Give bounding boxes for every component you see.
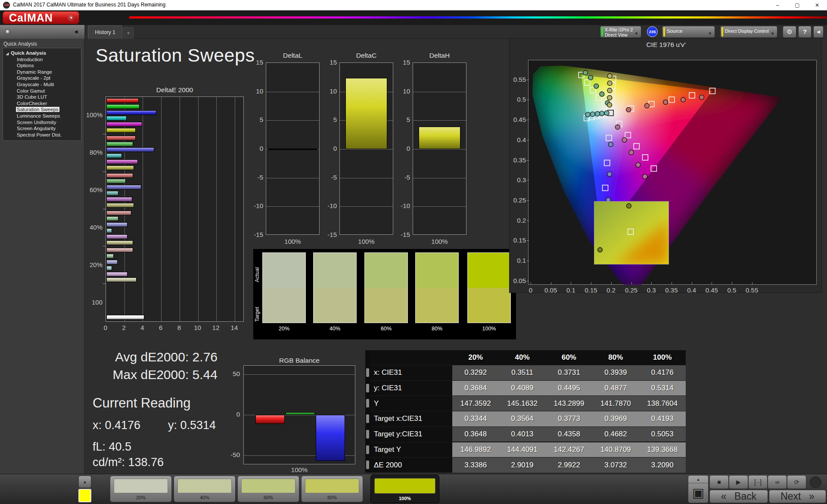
pattern-swatch-20%[interactable]: 20% (110, 476, 172, 502)
sidebar-item-screen-uniformity[interactable]: Screen Uniformity (3, 120, 81, 126)
x-tick-label: 4 (136, 324, 148, 331)
pattern-swatch-100%[interactable]: 100% (370, 475, 439, 503)
source-dropdown[interactable]: Source ▼ (662, 26, 715, 38)
next-button[interactable]: Next » (769, 490, 826, 503)
actual-target-panel: Actual Target 20%40%60%80%100% (253, 249, 516, 339)
cie-y-label: 0.3 (510, 176, 526, 184)
cie-x-tick (591, 282, 591, 284)
swatch-target (263, 288, 305, 323)
y-tick (103, 246, 106, 246)
sidebar-item-spectral-power-dist-[interactable]: Spectral Power Dist. (3, 132, 81, 139)
gridline (413, 92, 466, 92)
pattern-swatch-40%[interactable]: 40% (174, 476, 236, 502)
pattern-up-icon[interactable]: ▲ (78, 476, 91, 488)
pattern-swatch-80%[interactable]: 80% (301, 476, 363, 502)
continuous-icon[interactable]: ∞ (768, 475, 787, 489)
cie-x-tick (672, 282, 672, 284)
bar-60%-cyan (106, 191, 118, 196)
cie-y-label: 0.4 (510, 136, 526, 143)
y-tick-label: -15 (394, 231, 410, 238)
back-button[interactable]: « Back (709, 490, 768, 503)
close-icon[interactable]: ✕ (807, 0, 827, 10)
sidebar-item-grayscale-multi[interactable]: Grayscale - Multi (3, 82, 81, 88)
cie-measured-yellow (607, 81, 612, 86)
display-control-dropdown[interactable]: Direct Display Control ▼ (720, 26, 777, 38)
tab-history[interactable]: History 1 (88, 25, 122, 39)
sidebar-item-grayscale-2pt[interactable]: Grayscale - 2pt (3, 75, 81, 82)
sidebar-item-3d-cube-lut[interactable]: 3D Cube LUT (3, 94, 81, 101)
stop-icon[interactable]: ■ (709, 475, 729, 489)
table-row: Y147.3592145.1632143.2899141.7870138.760… (370, 395, 686, 411)
calman-menu-button[interactable]: CalMAN ▼ (3, 11, 79, 24)
reading-y: y: 0.5314 (168, 419, 216, 432)
delta-bar-deltac (345, 78, 387, 149)
rgb-balance-title: RGB Balance (243, 357, 355, 364)
group-label: 100% (65, 111, 103, 118)
y-tick-label: -10 (394, 202, 410, 209)
y-tick-label: 15 (247, 59, 263, 66)
step-icon[interactable]: [··] (748, 475, 768, 489)
sidebar-collapse-icon[interactable]: ◀ (74, 29, 78, 34)
table-cell: 3.2090 (639, 457, 686, 473)
app-header: CalMAN ▼ (0, 10, 827, 25)
reading-cdm2: cd/m²: 138.76 (93, 456, 164, 469)
pattern-color-chip[interactable] (78, 489, 91, 502)
calman-window: CM CalMAN 2017 CalMAN Ultimate for Busin… (0, 0, 827, 504)
pattern-chip (177, 479, 232, 493)
cie-y-label: 0.25 (510, 196, 526, 204)
sidebar-item-colorchecker[interactable]: ColorChecker (3, 101, 81, 107)
gridline (266, 206, 319, 207)
table-cell: 0.3731 (546, 365, 592, 380)
sidebar-item-screen-angularity[interactable]: Screen Angularity (3, 126, 81, 132)
status-dot-icon (5, 29, 10, 34)
cie-x-tick (651, 282, 652, 284)
sidebar-item-dynamic-range[interactable]: Dynamic Range (3, 69, 81, 76)
pattern-swatch-60%[interactable]: 60% (237, 476, 299, 502)
cie-x-label: 0.1 (562, 286, 579, 294)
sidebar-item-options[interactable]: Options (3, 63, 81, 69)
delta-panel-x-label: 100% (266, 238, 320, 245)
y-tick-label: 10 (320, 87, 337, 95)
cie-y-tick (527, 281, 529, 281)
table-cell: 0.3939 (592, 365, 639, 380)
expander-icon: ◢ (6, 52, 9, 56)
maximize-icon[interactable]: ▢ (787, 0, 807, 10)
cie-y-label: 0.05 (510, 277, 526, 284)
x-tick-label: 12 (210, 324, 222, 331)
stop-glyph: ■ (717, 476, 721, 488)
panel-collapse-icon[interactable]: ◀ (813, 26, 824, 38)
y-tick-label: 0 (247, 145, 263, 152)
table-cell: 138.7604 (639, 396, 686, 411)
cie-x-tick (551, 282, 551, 284)
bar-40%-yellow (106, 240, 133, 245)
refresh-icon[interactable]: ⟳ (787, 475, 806, 489)
tree-root-quick-analysis[interactable]: ◢Quick Analysis (3, 50, 81, 57)
table-cell: 0.5053 (639, 427, 686, 442)
cie-y-label: 0.1 (510, 257, 526, 264)
add-tab-button[interactable]: + (123, 27, 134, 39)
page-title: Saturation Sweeps (96, 45, 255, 66)
saturation-table: 20%40%60%80%100%x: CIE310.32920.35110.37… (365, 350, 686, 473)
row-marker (366, 368, 369, 377)
help-button[interactable]: ? (798, 26, 811, 38)
cie-measured-magenta (636, 162, 640, 167)
cie-x-label: 0.45 (703, 286, 720, 294)
sidebar-item-color-gamut[interactable]: Color Gamut (3, 88, 81, 95)
meter-dropdown[interactable]: X-Rite i1Pro 2 Direct View ▼ (600, 26, 641, 38)
cie-x-label: 0.15 (582, 286, 600, 294)
gear-icon[interactable]: ⚙ (783, 26, 796, 38)
pattern-window-button[interactable]: ▲ ▣ (688, 475, 709, 503)
sidebar-item-introduction[interactable]: Introduction (3, 57, 81, 63)
cie-x-label: 0.25 (623, 286, 640, 294)
cie-measured-red (663, 100, 668, 105)
x-tick-label: 2 (118, 324, 130, 331)
sidebar-item-label: Screen Angularity (16, 126, 56, 131)
rgb-x-label: 100% (243, 466, 355, 473)
cie-y-tick (527, 100, 529, 100)
cie-inset-zoom (594, 201, 669, 264)
minimize-icon[interactable]: – (768, 0, 787, 10)
meter-count-badge[interactable]: 235 (647, 26, 658, 37)
table-cell: 0.4358 (546, 427, 592, 442)
play-icon[interactable]: ▶ (729, 475, 748, 489)
table-row-label: Target x:CIE31 (370, 411, 452, 426)
